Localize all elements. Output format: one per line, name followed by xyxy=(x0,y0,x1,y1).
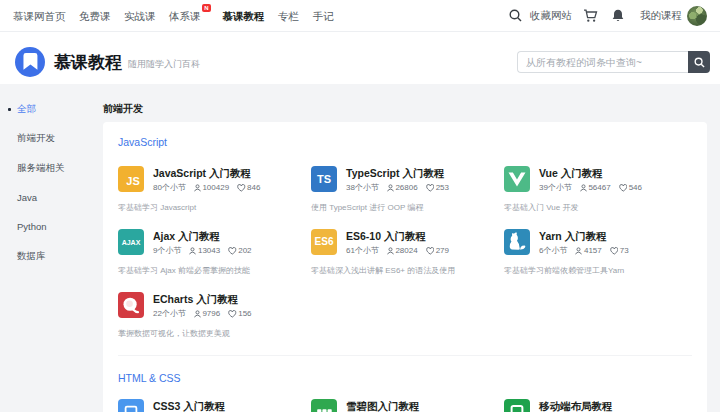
my-courses-link[interactable]: 我的课程 xyxy=(640,9,682,23)
nav-item-wiki[interactable]: 慕课教程 xyxy=(223,0,265,32)
heart-icon xyxy=(426,184,435,192)
course-likes: 253 xyxy=(426,183,449,192)
course-grid: CSS3 入门教程 雪碧图入门教程 移动端布局教程 xyxy=(118,399,692,412)
course-views: 100429 xyxy=(194,183,229,192)
course-description: 零基础入门 Vue 开发 xyxy=(504,204,692,212)
person-icon xyxy=(387,184,394,192)
sidebar-item-java[interactable]: Java xyxy=(0,183,90,212)
course-item[interactable]: CSS3 入门教程 xyxy=(118,399,311,412)
person-icon xyxy=(194,310,201,318)
wiki-search-button[interactable] xyxy=(688,51,710,73)
site-header: 慕课教程 随用随学入门百科 xyxy=(0,32,720,84)
main-area: 前端开发 JavaScript JS JavaScript 入门教程 80个小节… xyxy=(103,84,707,412)
person-icon xyxy=(575,247,582,255)
course-stats: 38个小节 26806 253 xyxy=(346,183,449,192)
course-head: ES6 ES6-10 入门教程 61个小节 28024 279 xyxy=(311,229,504,255)
course-title[interactable]: TypeScript 入门教程 xyxy=(346,167,449,180)
nav-item-actual[interactable]: 实战课 xyxy=(124,0,156,32)
topnav-right: 收藏网站 我的课程 xyxy=(509,6,707,26)
course-item[interactable]: 移动端布局教程 xyxy=(504,399,692,412)
course-item[interactable]: 雪碧图入门教程 xyxy=(311,399,504,412)
cart-icon[interactable] xyxy=(583,9,598,23)
course-head: Vue 入门教程 39个小节 56467 546 xyxy=(504,166,692,192)
bell-icon[interactable] xyxy=(612,9,624,22)
course-section-count: 38个小节 xyxy=(346,183,379,192)
course-title[interactable]: JavaScript 入门教程 xyxy=(153,167,260,180)
brand-title[interactable]: 慕课教程 xyxy=(54,51,122,74)
course-views: 56467 xyxy=(580,183,611,192)
nav-item-system[interactable]: 体系课N xyxy=(169,0,201,32)
course-description: 使用 TypeScript 进行 OOP 编程 xyxy=(311,204,504,212)
course-head: 雪碧图入门教程 xyxy=(311,399,504,412)
wiki-logo-icon[interactable] xyxy=(15,47,45,77)
js-course-icon: JS xyxy=(118,166,144,192)
person-icon xyxy=(194,184,201,192)
course-stats: 39个小节 56467 546 xyxy=(539,183,642,192)
category-sidebar: 全部前端开发服务端相关JavaPython数据库 xyxy=(0,95,90,271)
course-section: JavaScript JS JavaScript 入门教程 80个小节 1004… xyxy=(118,136,692,338)
course-head: AJAX Ajax 入门教程 9个小节 13043 202 xyxy=(118,229,311,255)
mobile-course-icon xyxy=(504,399,530,412)
course-title[interactable]: CSS3 入门教程 xyxy=(153,400,225,412)
course-title[interactable]: Yarn 入门教程 xyxy=(539,230,629,243)
course-views: 13043 xyxy=(189,246,220,255)
course-section: HTML & CSS CSS3 入门教程 雪碧图入门教程 xyxy=(118,372,692,412)
page-title: 前端开发 xyxy=(103,103,707,114)
course-section-count: 80个小节 xyxy=(153,183,186,192)
course-info: TypeScript 入门教程 38个小节 26806 253 xyxy=(346,166,449,192)
course-head: Yarn 入门教程 6个小节 4157 73 xyxy=(504,229,692,255)
sidebar-item-server[interactable]: 服务端相关 xyxy=(0,154,90,183)
search-icon[interactable] xyxy=(509,9,522,22)
section-title[interactable]: HTML & CSS xyxy=(118,372,692,385)
course-item[interactable]: ES6 ES6-10 入门教程 61个小节 28024 279 零基础深入浅出讲… xyxy=(311,229,504,275)
course-info: ECharts 入门教程 22个小节 9796 156 xyxy=(153,292,252,318)
course-title[interactable]: 雪碧图入门教程 xyxy=(346,400,420,412)
nav-item-label: 专栏 xyxy=(278,10,299,22)
course-description: 零基础深入浅出讲解 ES6+ 的语法及使用 xyxy=(311,267,504,275)
course-title[interactable]: Ajax 入门教程 xyxy=(153,230,252,243)
course-head: CSS3 入门教程 xyxy=(118,399,311,412)
course-info: CSS3 入门教程 xyxy=(153,399,225,412)
heart-icon xyxy=(237,184,246,192)
echarts-course-icon xyxy=(118,292,144,318)
ts-course-icon: TS xyxy=(311,166,337,192)
course-item[interactable]: JS JavaScript 入门教程 80个小节 100429 846 零基础学… xyxy=(118,166,311,212)
course-item[interactable]: AJAX Ajax 入门教程 9个小节 13043 202 零基础学习 Ajax… xyxy=(118,229,311,275)
sidebar-item-database[interactable]: 数据库 xyxy=(0,241,90,270)
user-avatar[interactable] xyxy=(687,6,707,26)
course-title[interactable]: 移动端布局教程 xyxy=(539,400,613,412)
nav-item-label: 慕课教程 xyxy=(223,10,265,22)
course-title[interactable]: Vue 入门教程 xyxy=(539,167,642,180)
es6-course-icon: ES6 xyxy=(311,229,337,255)
sidebar-item-all[interactable]: 全部 xyxy=(0,95,90,124)
nav-item-home[interactable]: 慕课网首页 xyxy=(13,0,66,32)
course-stats: 22个小节 9796 156 xyxy=(153,309,252,318)
course-item[interactable]: Vue 入门教程 39个小节 56467 546 零基础入门 Vue 开发 xyxy=(504,166,692,212)
sidebar-item-python[interactable]: Python xyxy=(0,212,90,241)
section-title[interactable]: JavaScript xyxy=(118,136,692,149)
heart-icon xyxy=(228,310,237,318)
course-title[interactable]: ECharts 入门教程 xyxy=(153,293,252,306)
vue-course-icon xyxy=(504,166,530,192)
nav-item-free[interactable]: 免费课 xyxy=(79,0,111,32)
course-info: ES6-10 入门教程 61个小节 28024 279 xyxy=(346,229,449,255)
course-views: 28024 xyxy=(387,246,418,255)
course-description: 零基础学习前端依赖管理工具Yarn xyxy=(504,267,692,275)
css3-course-icon xyxy=(118,399,144,412)
course-item[interactable]: Yarn 入门教程 6个小节 4157 73 零基础学习前端依赖管理工具Yarn xyxy=(504,229,692,275)
course-info: Ajax 入门教程 9个小节 13043 202 xyxy=(153,229,252,255)
course-likes: 279 xyxy=(426,246,449,255)
favorite-site-link[interactable]: 收藏网站 xyxy=(530,9,572,23)
course-head: JS JavaScript 入门教程 80个小节 100429 846 xyxy=(118,166,311,192)
course-description: 掌握数据可视化，让数据更美观 xyxy=(118,330,311,338)
course-title[interactable]: ES6-10 入门教程 xyxy=(346,230,449,243)
course-item[interactable]: TS TypeScript 入门教程 38个小节 26806 253 使用 Ty… xyxy=(311,166,504,212)
course-head: TS TypeScript 入门教程 38个小节 26806 253 xyxy=(311,166,504,192)
sidebar-item-frontend[interactable]: 前端开发 xyxy=(0,124,90,153)
course-item[interactable]: ECharts 入门教程 22个小节 9796 156 掌握数据可视化，让数据更… xyxy=(118,292,311,338)
nav-item-notes[interactable]: 手记 xyxy=(313,0,334,32)
course-description: 零基础学习 Javascript xyxy=(118,204,311,212)
course-likes: 202 xyxy=(228,246,251,255)
nav-item-column[interactable]: 专栏 xyxy=(278,0,299,32)
wiki-search-input[interactable] xyxy=(517,51,688,73)
